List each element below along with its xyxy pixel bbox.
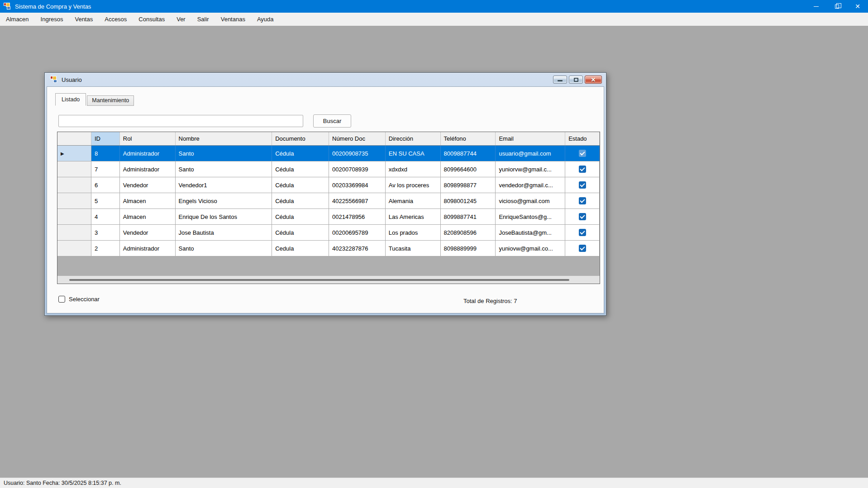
row-header[interactable] — [57, 225, 91, 240]
cell[interactable]: Administrador — [120, 146, 176, 161]
tab-listado[interactable]: Listado — [55, 93, 86, 106]
cell[interactable]: Santo — [176, 161, 272, 177]
restore-icon[interactable] — [826, 0, 847, 13]
column-header-estado[interactable]: Estado — [565, 132, 600, 145]
cell[interactable]: Cedula — [272, 241, 329, 256]
column-header-direcci-n[interactable]: Dirección — [386, 132, 441, 145]
cell[interactable]: Administrador — [120, 241, 176, 256]
cell[interactable]: vendedor@gmail.c... — [496, 177, 565, 193]
cell[interactable]: Cédula — [272, 146, 329, 161]
cell[interactable]: 40232287876 — [329, 241, 386, 256]
cell[interactable]: 7 — [91, 161, 120, 177]
cell[interactable]: usuario@gmail.com — [496, 146, 565, 161]
cell[interactable]: Los prados — [386, 225, 441, 240]
users-data-grid[interactable]: IDRolNombreDocumentoNúmero DocDirecciónT… — [57, 132, 600, 284]
column-header-tel-fono[interactable]: Teléfono — [441, 132, 496, 145]
minimize-icon[interactable] — [806, 0, 826, 13]
cell[interactable]: Cédula — [272, 177, 329, 193]
tab-mantenimiento[interactable]: Mantenimiento — [87, 95, 134, 106]
column-header-email[interactable]: Email — [496, 132, 565, 145]
menu-item-accesos[interactable]: Accesos — [99, 13, 133, 26]
table-row[interactable]: 2AdministradorSantoCedula40232287876Tuca… — [57, 241, 600, 256]
column-header-id[interactable]: ID — [91, 132, 120, 145]
cell[interactable]: 2 — [91, 241, 120, 256]
cell[interactable]: 8099664600 — [441, 161, 496, 177]
cell[interactable]: EnriqueSantos@g... — [496, 209, 565, 224]
cell[interactable]: Enrique De los Santos — [176, 209, 272, 224]
column-header-documento[interactable]: Documento — [272, 132, 329, 145]
cell[interactable]: xdxdxd — [386, 161, 441, 177]
close-icon[interactable]: ✕ — [847, 0, 868, 13]
minimize-icon[interactable] — [553, 76, 567, 84]
menu-item-ver[interactable]: Ver — [171, 13, 191, 26]
table-row[interactable]: 4AlmacenEnrique De los SantosCédula00214… — [57, 209, 600, 225]
cell[interactable]: vicioso@gmail.com — [496, 193, 565, 208]
menu-item-ventas[interactable]: Ventas — [69, 13, 99, 26]
cell[interactable]: Cédula — [272, 193, 329, 208]
menu-item-almacen[interactable]: Almacen — [0, 13, 35, 26]
cell[interactable]: Engels Vicioso — [176, 193, 272, 208]
cell[interactable]: yuniorvw@gmail.c... — [496, 161, 565, 177]
close-icon[interactable]: ✕ — [585, 76, 602, 84]
estado-checkbox-checked[interactable] — [579, 229, 586, 236]
estado-checkbox-checked[interactable] — [579, 166, 586, 173]
cell[interactable]: 8098889999 — [441, 241, 496, 256]
cell[interactable]: 40225566987 — [329, 193, 386, 208]
cell[interactable]: 8098001245 — [441, 193, 496, 208]
cell[interactable]: Jose Bautista — [176, 225, 272, 240]
grid-corner-header[interactable] — [57, 132, 91, 145]
cell[interactable]: yuniovw@gmail.co... — [496, 241, 565, 256]
column-header-nombre[interactable]: Nombre — [176, 132, 272, 145]
table-row[interactable]: ▶8AdministradorSantoCédula00200908735EN … — [57, 146, 600, 161]
search-input[interactable] — [58, 115, 303, 127]
row-header[interactable] — [57, 241, 91, 256]
column-header-rol[interactable]: Rol — [120, 132, 176, 145]
cell[interactable]: 00200908735 — [329, 146, 386, 161]
usuario-title-bar[interactable]: Usuario ✕ — [45, 73, 606, 86]
table-row[interactable]: 6VendedorVendedor1Cédula00203369984Av lo… — [57, 177, 600, 193]
cell[interactable]: 8099887741 — [441, 209, 496, 224]
cell[interactable]: 0021478956 — [329, 209, 386, 224]
cell[interactable]: JoseBautista@gm... — [496, 225, 565, 240]
cell[interactable]: 8009887744 — [441, 146, 496, 161]
menu-item-ventanas[interactable]: Ventanas — [215, 13, 251, 26]
scrollbar-thumb[interactable] — [69, 279, 569, 281]
row-header[interactable] — [57, 193, 91, 208]
seleccionar-checkbox[interactable] — [58, 296, 65, 303]
menu-item-salir[interactable]: Salir — [191, 13, 215, 26]
estado-checkbox-checked[interactable] — [579, 213, 586, 220]
cell[interactable]: 3 — [91, 225, 120, 240]
cell[interactable]: EN SU CASA — [386, 146, 441, 161]
estado-checkbox-checked[interactable] — [579, 181, 586, 189]
menu-item-ingresos[interactable]: Ingresos — [35, 13, 69, 26]
table-row[interactable]: 7AdministradorSantoCédula00200708939xdxd… — [57, 161, 600, 177]
maximize-icon[interactable] — [569, 76, 583, 84]
buscar-button[interactable]: Buscar — [313, 114, 351, 128]
cell[interactable]: 4 — [91, 209, 120, 224]
estado-checkbox-checked[interactable] — [579, 197, 586, 204]
cell[interactable]: Vendedor — [120, 177, 176, 193]
cell[interactable]: 00200708939 — [329, 161, 386, 177]
cell[interactable]: Cédula — [272, 225, 329, 240]
estado-checkbox-checked[interactable] — [579, 245, 586, 252]
cell[interactable]: Almacen — [120, 193, 176, 208]
horizontal-scrollbar[interactable] — [57, 276, 600, 284]
cell[interactable]: Cédula — [272, 161, 329, 177]
table-row[interactable]: 5AlmacenEngels ViciosoCédula40225566987A… — [57, 193, 600, 209]
cell[interactable]: Av los proceres — [386, 177, 441, 193]
cell[interactable]: Santo — [176, 146, 272, 161]
menu-item-consultas[interactable]: Consultas — [133, 13, 171, 26]
cell[interactable]: 8 — [91, 146, 120, 161]
cell[interactable]: 6 — [91, 177, 120, 193]
table-row[interactable]: 3VendedorJose BautistaCédula00200695789L… — [57, 225, 600, 241]
cell[interactable]: 5 — [91, 193, 120, 208]
cell[interactable]: Cédula — [272, 209, 329, 224]
column-header-n-mero-doc[interactable]: Número Doc — [329, 132, 386, 145]
cell[interactable]: 00200695789 — [329, 225, 386, 240]
cell[interactable]: Alemania — [386, 193, 441, 208]
row-header[interactable] — [57, 209, 91, 224]
cell[interactable]: Santo — [176, 241, 272, 256]
cell[interactable]: 00203369984 — [329, 177, 386, 193]
row-header[interactable] — [57, 161, 91, 177]
cell[interactable]: Tucasita — [386, 241, 441, 256]
